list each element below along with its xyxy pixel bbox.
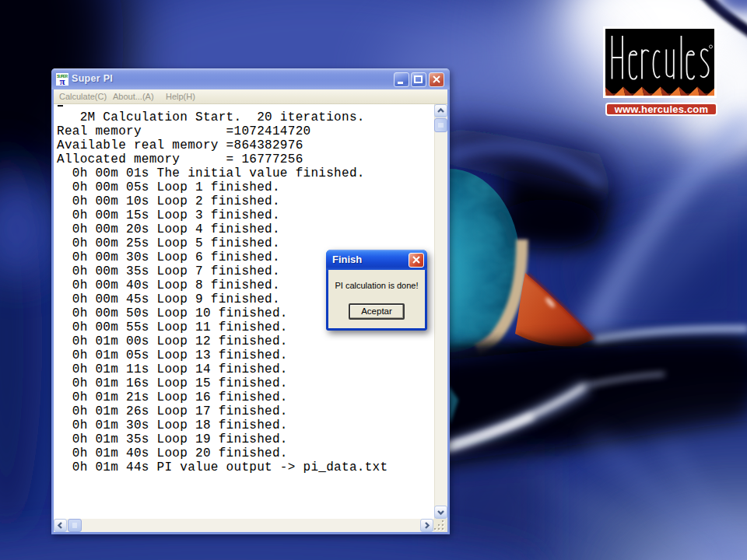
svg-text:π: π [59, 75, 65, 86]
